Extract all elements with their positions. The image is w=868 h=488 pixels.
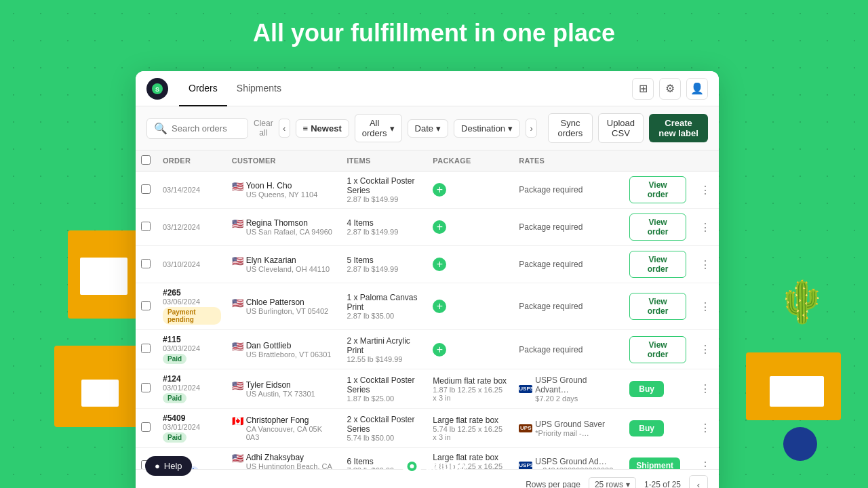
more-options-button-6[interactable]: ⋮ <box>697 420 713 436</box>
customer-address-2: US Cleveland, OH 44110 <box>246 265 330 273</box>
order-number: #5409 <box>163 413 221 423</box>
customer-address-7: US Huntington Beach, CA 90742 <box>246 462 336 469</box>
filter-date-button[interactable]: Date ▾ <box>408 119 448 138</box>
country-flag-0: 🇺🇸 <box>232 181 243 192</box>
action-cell-2: View order <box>624 246 692 283</box>
customer-cell-2: 🇺🇸 Elyn Kazarian US Cleveland, OH 44110 <box>226 246 342 283</box>
more-cell-4: ⋮ <box>692 330 719 369</box>
country-flag-4: 🇺🇸 <box>232 341 243 352</box>
grid-icon-btn[interactable]: ⊞ <box>632 78 654 100</box>
more-cell-7: ⋮ <box>692 448 719 470</box>
help-button[interactable]: ● Help <box>145 456 192 476</box>
package-dim-6: 5.74 lb 12.25 x 16.25 x 3 in <box>433 425 508 441</box>
more-options-button-5[interactable]: ⋮ <box>697 381 713 397</box>
search-input[interactable] <box>172 123 246 134</box>
more-options-button-4[interactable]: ⋮ <box>697 342 713 358</box>
row-checkbox-3[interactable] <box>141 301 151 310</box>
col-items: ITEMS <box>341 150 427 171</box>
help-icon: ● <box>155 461 160 471</box>
order-date: 03/14/2024 <box>163 186 221 194</box>
more-options-button-3[interactable]: ⋮ <box>697 298 713 314</box>
view-order-button-2[interactable]: View order <box>629 251 686 278</box>
item-weight-1: 2.87 lb $149.99 <box>347 228 422 236</box>
view-order-button-3[interactable]: View order <box>629 293 686 320</box>
customer-name-4: Dan Gottlieb <box>246 341 332 350</box>
items-cell-6: 2 x Cocktail Poster Series 5.74 lb $50.0… <box>341 409 427 448</box>
rate-required-4: Package required <box>519 345 583 354</box>
package-cell-5: Medium flat rate box 1.87 lb 12.25 x 16.… <box>427 369 513 409</box>
settings-icon-btn[interactable]: ⚙ <box>659 78 681 100</box>
view-order-button-1[interactable]: View order <box>629 214 686 241</box>
nav-bar: S Orders Shipments ⊞ ⚙ 👤 <box>136 71 719 106</box>
item-count-0: 1 x Cocktail Poster Series <box>347 176 422 195</box>
more-options-button-0[interactable]: ⋮ <box>697 182 713 198</box>
customer-name-1: Regina Thomson <box>246 218 332 228</box>
select-all-checkbox[interactable] <box>141 155 151 165</box>
action-cell-3: View order <box>624 283 692 330</box>
row-checkbox-6[interactable] <box>141 422 151 432</box>
customer-cell-1: 🇺🇸 Regina Thomson US San Rafael, CA 9496… <box>226 209 342 246</box>
filter-all-orders-button[interactable]: All orders ▾ <box>355 114 402 142</box>
page-range: 1-25 of 25 <box>644 480 681 488</box>
order-cell-5: #12403/01/2024Paid <box>157 369 226 409</box>
package-name-6: Large flat rate box <box>433 415 508 425</box>
brand-name: shippo <box>426 460 466 474</box>
next-arrow-button[interactable]: › <box>526 119 537 138</box>
row-checkbox-1[interactable] <box>141 222 151 231</box>
more-options-button-2[interactable]: ⋮ <box>697 256 713 272</box>
more-options-button-7[interactable]: ⋮ <box>697 458 713 469</box>
customer-cell-6: 🇨🇦 Christopher Fong CA Vancouver, CA 05K… <box>226 409 342 448</box>
user-icon-btn[interactable]: 👤 <box>686 78 708 100</box>
rows-chevron-icon: ▾ <box>626 480 630 488</box>
row-checkbox-4[interactable] <box>141 344 151 353</box>
add-package-button-1[interactable]: + <box>433 220 446 234</box>
buy-button-5[interactable]: Buy <box>629 381 664 397</box>
customer-address-1: US San Rafael, CA 94960 <box>246 228 332 236</box>
chevron-down-icon2: ▾ <box>436 123 441 134</box>
customer-cell-0: 🇺🇸 Yoon H. Cho US Queens, NY 1104 <box>226 171 342 209</box>
customer-address-4: US Brattleboro, VT 06301 <box>246 350 332 359</box>
tab-shipments[interactable]: Shipments <box>227 71 291 106</box>
rate-cell-0: Package required <box>513 171 624 209</box>
buy-button-6[interactable]: Buy <box>629 420 664 436</box>
rate-cell-5: USPS USPS Ground Advant… $7.20 2 days <box>513 369 624 409</box>
clear-button[interactable]: Clear all <box>254 119 273 138</box>
deco-box-left-small <box>80 258 127 295</box>
col-rates: RATES <box>513 150 624 171</box>
row-checkbox-0[interactable] <box>141 184 151 194</box>
row-checkbox-2[interactable] <box>141 259 151 268</box>
view-order-button-0[interactable]: View order <box>629 176 686 203</box>
order-cell-4: #11503/03/2024Paid <box>157 330 226 369</box>
more-cell-5: ⋮ <box>692 369 719 409</box>
customer-cell-7: 🇺🇸 Adhi Zhaksybay US Huntington Beach, C… <box>226 448 342 470</box>
sync-orders-button[interactable]: Sync orders <box>548 113 593 143</box>
shipment-button-7[interactable]: Shipment <box>629 458 680 469</box>
row-checkbox-5[interactable] <box>141 383 151 392</box>
prev-arrow-button[interactable]: ‹ <box>279 119 290 138</box>
more-options-button-1[interactable]: ⋮ <box>697 219 713 235</box>
item-weight-0: 2.87 lb $149.99 <box>347 195 422 203</box>
action-cell-7: Shipment <box>624 448 692 470</box>
item-weight-3: 2.87 lb $35.00 <box>347 312 422 320</box>
add-package-button-4[interactable]: + <box>433 343 446 357</box>
rate-cell-3: Package required <box>513 283 624 330</box>
create-new-label-button[interactable]: Create new label <box>649 114 708 142</box>
tab-orders[interactable]: Orders <box>179 71 227 106</box>
toolbar: 🔍 Clear all ‹ ≡ Newest All orders ▾ Date… <box>136 106 719 150</box>
add-package-button-0[interactable]: + <box>433 183 446 197</box>
customer-cell-5: 🇺🇸 Tyler Eidson US Austin, TX 73301 <box>226 369 342 409</box>
view-order-button-4[interactable]: View order <box>629 336 686 363</box>
customer-name-3: Chloe Patterson <box>246 298 328 307</box>
filter-destination-button[interactable]: Destination ▾ <box>454 119 520 138</box>
upload-csv-button[interactable]: Upload CSV <box>598 113 644 143</box>
rows-per-page-select[interactable]: 25 rows ▾ <box>589 477 636 488</box>
page-prev-button[interactable]: ‹ <box>689 475 708 488</box>
search-box[interactable]: 🔍 <box>146 118 248 139</box>
sort-newest-button[interactable]: ≡ Newest <box>296 119 349 138</box>
rate-name-6: UPS Ground Saver <box>535 420 605 429</box>
sort-icon: ≡ <box>303 123 309 134</box>
add-package-button-2[interactable]: + <box>433 258 446 271</box>
table-row: 03/14/2024 🇺🇸 Yoon H. Cho US Queens, NY … <box>136 171 719 209</box>
rate-price-5: $7.20 2 days <box>535 394 618 403</box>
add-package-button-3[interactable]: + <box>433 300 446 313</box>
